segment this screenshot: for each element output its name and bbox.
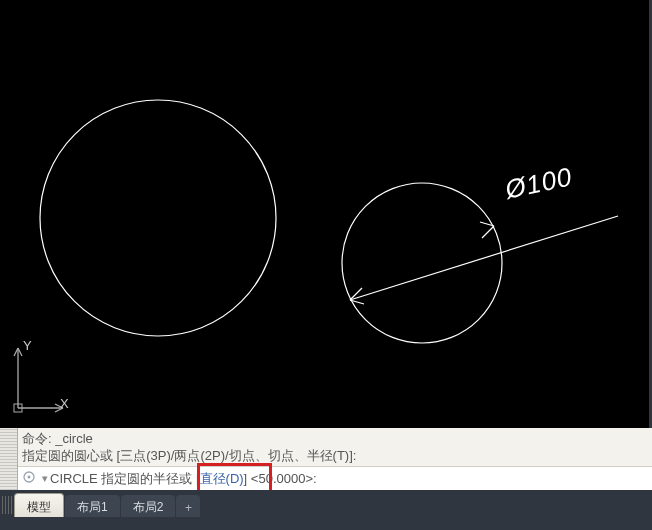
ucs-icon: Y X — [8, 338, 68, 418]
layout-tabs: 模型 布局1 布局2 + — [14, 492, 201, 517]
circle-small — [342, 183, 502, 343]
circle-large — [40, 100, 276, 336]
tab-layout1[interactable]: 布局1 — [65, 495, 120, 517]
tab-layout2[interactable]: 布局2 — [121, 495, 176, 517]
command-input-row[interactable]: ▾ CIRCLE 指定圆的半径或 [直径(D)] <50.0000>: — [18, 466, 652, 490]
dimension-line — [350, 216, 618, 300]
command-option-diameter[interactable]: 直径(D) — [200, 471, 244, 486]
command-text-input[interactable] — [317, 471, 652, 486]
drawing-svg — [0, 0, 652, 428]
tab-add-button[interactable]: + — [176, 495, 200, 517]
tab-model[interactable]: 模型 — [14, 493, 64, 517]
svg-point-8 — [28, 476, 31, 479]
command-drag-handle[interactable] — [0, 428, 18, 490]
history-line-2: 指定圆的圆心或 [三点(3P)/两点(2P)/切点、切点、半径(T)]: — [22, 447, 648, 464]
ucs-x-label: X — [60, 396, 69, 411]
command-history[interactable]: 命令: _circle 指定圆的圆心或 [三点(3P)/两点(2P)/切点、切点… — [18, 428, 652, 466]
dim-arrow-2a — [482, 226, 494, 238]
layout-tab-bar: 模型 布局1 布局2 + — [0, 490, 652, 530]
command-prompt-text: CIRCLE 指定圆的半径或 [直径(D)] <50.0000>: — [50, 470, 317, 488]
command-chevron-icon: ▾ — [40, 472, 50, 485]
ucs-y-label: Y — [23, 338, 32, 353]
history-line-1: 命令: _circle — [22, 430, 648, 447]
command-icon — [18, 470, 40, 487]
tab-drag-handle[interactable] — [2, 496, 12, 514]
command-keyword: CIRCLE — [50, 471, 98, 486]
drawing-canvas[interactable]: Ø100 Y X — [0, 0, 652, 428]
